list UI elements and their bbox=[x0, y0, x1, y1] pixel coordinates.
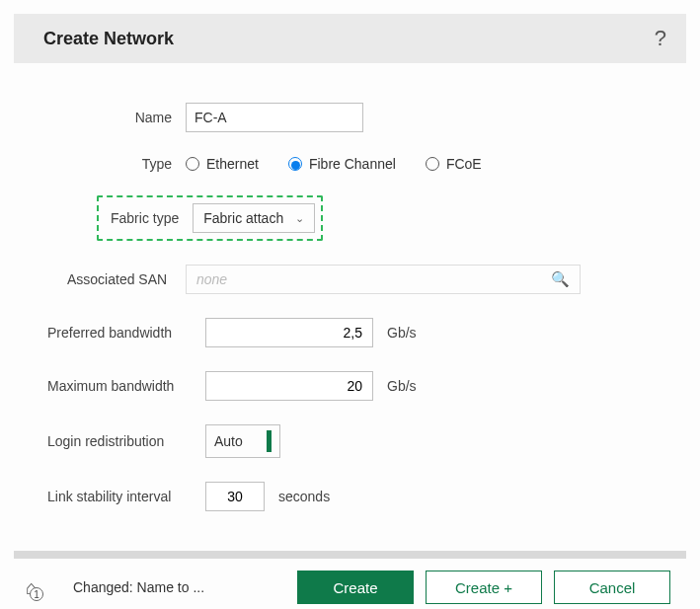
type-radio-ethernet[interactable]: Ethernet bbox=[186, 156, 259, 172]
row-login-redistribution: Login redistribution Auto bbox=[38, 424, 670, 458]
link-stability-unit: seconds bbox=[278, 489, 330, 504]
associated-san-label: Associated SAN bbox=[38, 271, 186, 287]
type-label: Type bbox=[38, 156, 186, 172]
dialog-title: Create Network bbox=[43, 29, 174, 49]
change-count: 1 bbox=[30, 587, 43, 601]
dialog-header: Create Network ? bbox=[14, 14, 686, 63]
fabric-type-highlight: Fabric type Fabric attach ⌄ bbox=[97, 195, 323, 241]
radio-icon bbox=[288, 157, 302, 171]
san-placeholder: none bbox=[196, 271, 227, 287]
login-redistribution-select[interactable]: Auto bbox=[205, 424, 280, 458]
row-fabric-type: Fabric type Fabric attach ⌄ bbox=[101, 195, 670, 241]
maximum-bandwidth-input[interactable] bbox=[205, 371, 373, 401]
change-message: Changed: Name to ... bbox=[73, 579, 285, 595]
create-plus-button[interactable]: Create + bbox=[426, 571, 542, 604]
row-link-stability: Link stability interval seconds bbox=[38, 482, 670, 511]
row-preferred-bandwidth: Preferred bandwidth Gb/s bbox=[38, 318, 670, 347]
preferred-bandwidth-input[interactable] bbox=[205, 318, 373, 347]
maximum-bandwidth-unit: Gb/s bbox=[387, 378, 417, 394]
preferred-bandwidth-label: Preferred bandwidth bbox=[38, 325, 205, 341]
associated-san-input[interactable]: none 🔍 bbox=[186, 265, 581, 294]
create-button[interactable]: Create bbox=[297, 571, 414, 604]
cancel-button[interactable]: Cancel bbox=[554, 571, 670, 604]
chevron-down-icon: ⌄ bbox=[295, 212, 304, 225]
radio-label: FCoE bbox=[446, 156, 482, 172]
maximum-bandwidth-label: Maximum bandwidth bbox=[38, 378, 205, 394]
fabric-type-label: Fabric type bbox=[105, 210, 193, 226]
fabric-type-value: Fabric attach bbox=[203, 210, 283, 226]
row-type: Type Ethernet Fibre Channel FCoE bbox=[38, 156, 670, 172]
login-redistribution-label: Login redistribution bbox=[38, 433, 205, 449]
radio-icon bbox=[186, 157, 199, 171]
row-maximum-bandwidth: Maximum bandwidth Gb/s bbox=[38, 371, 670, 401]
login-value: Auto bbox=[214, 433, 243, 449]
help-icon[interactable]: ? bbox=[655, 26, 666, 51]
footer-divider bbox=[14, 551, 686, 559]
link-stability-label: Link stability interval bbox=[38, 489, 205, 504]
row-name: Name bbox=[38, 103, 670, 132]
radio-icon bbox=[426, 157, 439, 171]
preferred-bandwidth-unit: Gb/s bbox=[387, 325, 417, 341]
search-icon: 🔍 bbox=[551, 270, 570, 288]
type-radio-fcoe[interactable]: FCoE bbox=[426, 156, 482, 172]
radio-label: Ethernet bbox=[206, 156, 259, 172]
link-stability-input[interactable] bbox=[205, 482, 265, 511]
fabric-type-select[interactable]: Fabric attach ⌄ bbox=[193, 203, 315, 233]
dialog-form: Name Type Ethernet Fibre Channel FCoE bbox=[0, 63, 700, 541]
name-label: Name bbox=[38, 110, 186, 125]
name-input[interactable] bbox=[186, 103, 363, 132]
create-network-dialog: Create Network ? Name Type Ethernet Fibr… bbox=[0, 14, 700, 609]
row-associated-san: Associated SAN none 🔍 bbox=[38, 265, 670, 294]
type-radio-group: Ethernet Fibre Channel FCoE bbox=[186, 156, 504, 172]
radio-label: Fibre Channel bbox=[309, 156, 396, 172]
dialog-footer: ⌂ 1 Changed: Name to ... Create Create +… bbox=[0, 559, 700, 609]
change-indicator[interactable]: ⌂ 1 bbox=[20, 575, 43, 599]
type-radio-fibre-channel[interactable]: Fibre Channel bbox=[288, 156, 396, 172]
slider-handle-icon bbox=[267, 430, 272, 452]
